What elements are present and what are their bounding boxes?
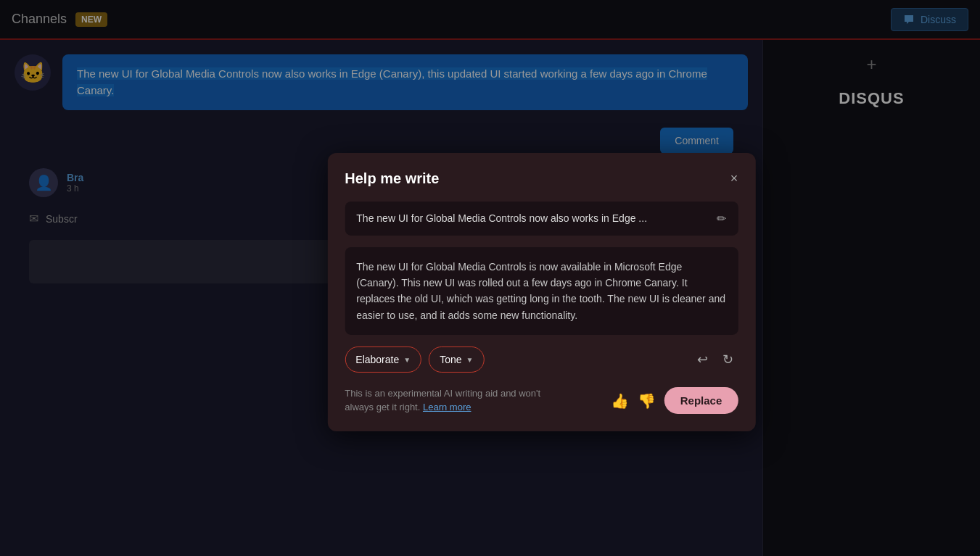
- disclaimer-text: This is an experimental AI writing aid a…: [345, 387, 562, 413]
- redo-button[interactable]: ↻: [718, 347, 738, 372]
- elaborate-dropdown[interactable]: Elaborate ▼: [345, 347, 421, 373]
- thumbs-up-button[interactable]: 👍: [611, 392, 629, 410]
- modal-footer: This is an experimental AI writing aid a…: [345, 387, 738, 414]
- thumb-down-icon: 👎: [638, 393, 656, 409]
- tone-label: Tone: [440, 354, 461, 365]
- replace-button[interactable]: Replace: [664, 387, 738, 414]
- controls-row: Elaborate ▼ Tone ▼ ↩ ↻: [345, 347, 738, 373]
- thumbs-down-button[interactable]: 👎: [638, 392, 656, 410]
- undo-redo-group: ↩ ↻: [693, 347, 738, 372]
- generated-text-box: The new UI for Global Media Controls is …: [345, 246, 738, 335]
- elaborate-label: Elaborate: [355, 354, 399, 365]
- elaborate-dropdown-arrow: ▼: [403, 356, 411, 364]
- edit-icon[interactable]: ✏: [717, 211, 726, 225]
- tone-dropdown[interactable]: Tone ▼: [429, 347, 484, 373]
- undo-button[interactable]: ↩: [693, 347, 712, 372]
- generated-text: The new UI for Global Media Controls is …: [356, 260, 725, 320]
- help-me-write-modal: Help me write × The new UI for Global Me…: [327, 152, 755, 431]
- modal-header: Help me write ×: [345, 170, 738, 186]
- learn-more-link[interactable]: Learn more: [423, 402, 471, 412]
- footer-right: 👍 👎 Replace: [611, 387, 738, 414]
- thumb-up-icon: 👍: [611, 393, 629, 409]
- original-text: The new UI for Global Media Controls now…: [356, 212, 708, 224]
- tone-dropdown-arrow: ▼: [466, 356, 474, 364]
- modal-close-button[interactable]: ×: [730, 172, 738, 185]
- modal-title: Help me write: [345, 170, 439, 186]
- original-text-box: The new UI for Global Media Controls now…: [345, 201, 738, 235]
